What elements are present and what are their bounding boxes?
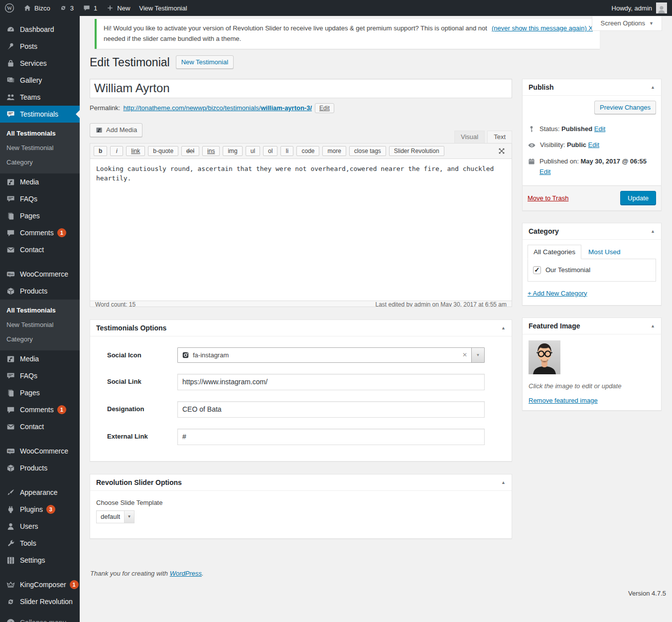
- revolution-slider-options-header[interactable]: Revolution Slider Options ▲: [90, 474, 512, 491]
- sidebar-item-all-testimonials[interactable]: All Testimonials: [0, 126, 80, 141]
- tab-visual[interactable]: Visual: [454, 131, 485, 143]
- sidebar-item-teams[interactable]: Teams: [0, 89, 80, 106]
- featured-image-header[interactable]: Featured Image ▲: [523, 318, 661, 334]
- sidebar-item-slider-revolution[interactable]: Slider Revolution: [0, 593, 80, 610]
- del-button[interactable]: del: [181, 146, 199, 156]
- sidebar-item-comments[interactable]: Comments1: [0, 224, 80, 241]
- social-icon-select[interactable]: fa-instagram ✕ ▼: [177, 347, 485, 363]
- post-title-input[interactable]: [90, 79, 512, 98]
- ins-button[interactable]: ins: [202, 146, 220, 156]
- social-link-input[interactable]: [177, 374, 485, 390]
- collapse-toggle-icon[interactable]: ▲: [651, 229, 655, 234]
- screen-options-button[interactable]: Screen Options ▼: [592, 16, 662, 31]
- sidebar-item-gallery[interactable]: Gallery: [0, 72, 80, 89]
- wordpress-link[interactable]: WordPress: [170, 570, 202, 577]
- li-button[interactable]: li: [280, 146, 293, 156]
- link-button[interactable]: link: [126, 146, 145, 156]
- sidebar-item-dashboard[interactable]: Dashboard: [0, 21, 80, 38]
- publish-header[interactable]: Publish ▲: [523, 79, 661, 96]
- edit-visibility-link[interactable]: Edit: [588, 141, 599, 149]
- add-new-category-link[interactable]: + Add New Category: [528, 290, 587, 297]
- testimonials-options-header[interactable]: Testimonials Options ▲: [90, 320, 512, 336]
- permalink-link[interactable]: http://tonatheme.com/newwp/bizco/testimo…: [123, 104, 312, 112]
- sidebar-item-appearance[interactable]: Appearance: [0, 484, 80, 501]
- sidebar-item-new-testimonial[interactable]: New Testimonial: [0, 141, 80, 155]
- img-button[interactable]: img: [223, 146, 242, 156]
- admin-bar-account[interactable]: Howdy, admin: [612, 2, 672, 13]
- admin-bar-new[interactable]: New: [102, 0, 134, 16]
- site-name-label: Bizco: [34, 4, 50, 12]
- collapse-toggle-icon[interactable]: ▲: [651, 323, 655, 328]
- admin-bar-comments[interactable]: 1: [78, 0, 102, 16]
- collapse-toggle-icon[interactable]: ▲: [651, 85, 655, 90]
- faq-bubble-icon: [6, 194, 15, 204]
- menu-separator: [0, 476, 80, 484]
- slide-template-select[interactable]: default ▼: [96, 510, 134, 523]
- sidebar-item-users[interactable]: Users: [0, 518, 80, 535]
- sidebar-collapse-menu[interactable]: Collapse menu: [0, 614, 80, 622]
- update-button[interactable]: Update: [620, 191, 656, 205]
- collapse-toggle-icon[interactable]: ▲: [501, 480, 506, 485]
- sidebar-item-pages[interactable]: Pages: [0, 207, 80, 224]
- sidebar-item-new-testimonial[interactable]: New Testimonial: [0, 317, 80, 332]
- code-button[interactable]: code: [296, 146, 319, 156]
- new-testimonial-button[interactable]: New Testimonial: [176, 55, 234, 69]
- sidebar-item-settings[interactable]: Settings: [0, 552, 80, 569]
- fullscreen-icon[interactable]: [498, 147, 506, 155]
- admin-bar-updates[interactable]: 3: [55, 0, 78, 16]
- bold-button[interactable]: b: [94, 146, 107, 156]
- ol-button[interactable]: ol: [263, 146, 277, 156]
- external-link-input[interactable]: [177, 429, 485, 445]
- sidebar-item-media[interactable]: Media: [0, 350, 80, 367]
- sidebar-item-plugins[interactable]: Plugins3: [0, 501, 80, 518]
- dropdown-toggle[interactable]: ▼: [471, 348, 484, 362]
- sidebar-item-testimonials[interactable]: Testimonials: [0, 106, 80, 123]
- editor-textarea[interactable]: Looking cautiously round, ascertain that…: [90, 159, 512, 301]
- sidebar-item-media[interactable]: Media: [0, 173, 80, 190]
- category-checkbox[interactable]: ✓: [533, 266, 541, 274]
- sidebar-item-tools[interactable]: Tools: [0, 535, 80, 552]
- sidebar-item-faqs[interactable]: FAQs: [0, 190, 80, 207]
- sidebar-item-faqs[interactable]: FAQs: [0, 367, 80, 384]
- move-to-trash-link[interactable]: Move to Trash: [528, 194, 568, 202]
- sidebar-item-woocommerce[interactable]: WooCommerce: [0, 266, 80, 283]
- category-header[interactable]: Category ▲: [523, 223, 661, 240]
- sidebar-item-category[interactable]: Category: [0, 332, 80, 346]
- slider-revolution-button[interactable]: Slider Revolution: [389, 146, 444, 156]
- sidebar-item-products[interactable]: Products: [0, 283, 80, 300]
- sidebar-item-contact[interactable]: Contact: [0, 241, 80, 258]
- add-media-button[interactable]: Add Media: [90, 123, 142, 137]
- ul-button[interactable]: ul: [246, 146, 260, 156]
- sidebar-item-posts[interactable]: Posts: [0, 38, 80, 55]
- tab-most-used[interactable]: Most Used: [581, 245, 628, 259]
- preview-changes-button[interactable]: Preview Changes: [594, 101, 656, 114]
- wordpress-logo-menu[interactable]: [0, 0, 19, 16]
- featured-image-thumbnail[interactable]: [529, 340, 560, 374]
- italic-button[interactable]: i: [110, 146, 123, 156]
- more-button[interactable]: more: [322, 146, 346, 156]
- edit-published-link[interactable]: Edit: [539, 168, 550, 175]
- never-show-again-link[interactable]: (never show this message again) X: [492, 23, 593, 34]
- sidebar-item-kingcomposer[interactable]: KingComposer1: [0, 576, 80, 593]
- clear-icon[interactable]: ✕: [458, 351, 471, 358]
- sidebar-item-products[interactable]: Products: [0, 460, 80, 476]
- remove-featured-image-link[interactable]: Remove featured image: [529, 397, 598, 404]
- admin-bar-site-name[interactable]: Bizco: [19, 0, 55, 16]
- designation-input[interactable]: [177, 401, 485, 418]
- blockquote-button[interactable]: b-quote: [148, 146, 178, 156]
- sidebar-item-comments[interactable]: Comments1: [0, 401, 80, 418]
- admin-bar-view-testimonial[interactable]: View Testimonial: [134, 0, 191, 16]
- tab-all-categories[interactable]: All Categories: [528, 245, 581, 259]
- edit-status-link[interactable]: Edit: [594, 125, 605, 133]
- sidebar-item-contact[interactable]: Contact: [0, 418, 80, 435]
- tab-text[interactable]: Text: [487, 131, 512, 143]
- sidebar-item-woocommerce[interactable]: WooCommerce: [0, 443, 80, 460]
- category-list: ✓ Our Testimonial: [528, 259, 656, 282]
- collapse-toggle-icon[interactable]: ▲: [501, 325, 506, 330]
- sidebar-item-services[interactable]: Services: [0, 55, 80, 72]
- sidebar-item-all-testimonials[interactable]: All Testimonials: [0, 303, 80, 317]
- sidebar-item-pages[interactable]: Pages: [0, 384, 80, 401]
- close-tags-button[interactable]: close tags: [349, 146, 386, 156]
- edit-permalink-button[interactable]: Edit: [315, 103, 334, 113]
- sidebar-item-category[interactable]: Category: [0, 155, 80, 169]
